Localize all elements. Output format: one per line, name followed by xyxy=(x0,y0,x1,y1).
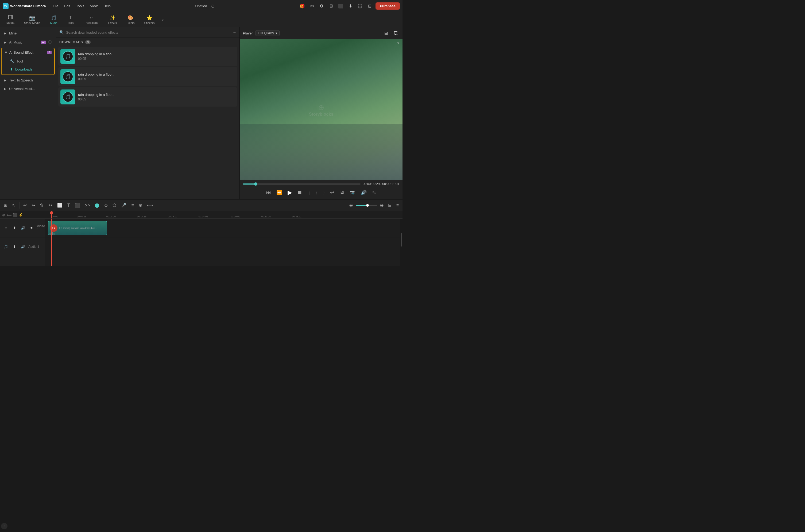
mark-out-btn[interactable]: } xyxy=(322,189,326,196)
history-icon[interactable]: ⊙ xyxy=(209,2,217,10)
toolbar-more[interactable]: › xyxy=(160,17,166,22)
toolbar-titles-label: Titles xyxy=(67,21,74,24)
more-tools-btn[interactable]: >> xyxy=(84,202,92,209)
menu-view[interactable]: View xyxy=(87,3,100,9)
transform-btn[interactable]: ⊙ xyxy=(103,202,109,209)
screenshot-btn[interactable]: 📷 xyxy=(348,189,356,196)
select-tool-btn[interactable]: ↖ xyxy=(11,202,17,209)
green-circle-btn[interactable]: ⬤ xyxy=(93,202,101,209)
menu-tools[interactable]: Tools xyxy=(73,3,87,9)
stop-btn[interactable]: ⏹ xyxy=(296,189,303,196)
audio-thumb-inner-2: 🎵 xyxy=(62,71,73,82)
progress-track[interactable] xyxy=(243,184,361,185)
add-video-btn[interactable]: ⊕ xyxy=(2,224,10,232)
sidebar-item-downloads[interactable]: ⬇ Downloads xyxy=(3,65,53,73)
quality-chevron-icon: ▾ xyxy=(276,31,277,35)
toolbar-filters[interactable]: 🎨 Filters xyxy=(122,14,139,26)
settings-icon[interactable]: ⚙ xyxy=(318,2,325,10)
ai-music-info-icon[interactable]: ⓘ xyxy=(48,40,52,44)
grid-layout-btn[interactable]: ⊞ xyxy=(386,202,393,209)
video-clip[interactable]: ✂ t-is-raining-outside-rain-drops-bre... xyxy=(48,221,107,235)
search-input[interactable] xyxy=(66,31,231,35)
zoom-out-btn[interactable]: ⊖ xyxy=(348,202,354,209)
monitor-icon[interactable]: 🖥 xyxy=(327,2,335,10)
mask-btn[interactable]: ⬛ xyxy=(73,202,82,209)
sidebar-item-ai-music[interactable]: ▶ AI Music AI ⓘ xyxy=(1,38,55,47)
overwrite-btn[interactable]: 🖥 xyxy=(339,189,345,196)
audio-item-1[interactable]: 🎵 rain dropping in a floo... 00:05 xyxy=(58,47,237,66)
logo-icon: W xyxy=(3,3,8,9)
track-sync-btn[interactable]: ⟺ xyxy=(6,213,12,217)
layout-options-btn[interactable]: ≡ xyxy=(395,202,400,209)
menu-edit[interactable]: Edit xyxy=(61,3,73,9)
grid-icon[interactable]: ⊞ xyxy=(366,2,373,10)
quality-select[interactable]: Full Quality ▾ xyxy=(256,30,279,36)
toolbar-stickers[interactable]: ⭐ Stickers xyxy=(140,14,159,26)
audio-thumb-1: 🎵 xyxy=(60,49,75,64)
toolbar-titles[interactable]: T Titles xyxy=(63,14,79,25)
caption-btn[interactable]: ≡ xyxy=(130,202,135,209)
search-more-icon[interactable]: ··· xyxy=(233,30,236,35)
sidebar-item-mine[interactable]: ▶ Mine xyxy=(1,29,55,37)
toolbar-effects[interactable]: ✨ Effects xyxy=(104,14,121,26)
shield-btn[interactable]: ⬠ xyxy=(111,202,118,209)
gift-icon[interactable]: 🎁 xyxy=(298,2,306,10)
toolbar-transitions-label: Transitions xyxy=(84,21,98,24)
sidebar-uni-music-label: Universal Musi... xyxy=(9,87,52,91)
video-eye-btn[interactable]: 👁 xyxy=(28,224,35,232)
insert-btn[interactable]: ↩ xyxy=(329,189,335,196)
toolbar-transitions[interactable]: ↔ Transitions xyxy=(80,14,103,25)
add-audio-btn[interactable]: 🎵 xyxy=(2,243,10,250)
transitions-icon: ↔ xyxy=(89,15,94,21)
track-speed-btn[interactable]: ⚡ xyxy=(18,213,23,217)
rewind-btn[interactable]: ⏮ xyxy=(265,189,272,196)
zoom-track[interactable] xyxy=(356,205,377,206)
audio-volume-btn[interactable]: 🔊 xyxy=(19,243,27,250)
volume-btn[interactable]: 🔊 xyxy=(360,189,368,196)
audio-item-2[interactable]: 🎵 rain dropping in a floo... 00:05 xyxy=(58,67,237,86)
mark-in-btn[interactable]: { xyxy=(315,189,319,196)
layout-icon[interactable]: ⬛ xyxy=(337,2,345,10)
grid-view-icon[interactable]: ⊞ xyxy=(382,30,390,37)
toolbar-stock[interactable]: 📷 Stock Media xyxy=(20,14,44,26)
audio-item-3[interactable]: 🎵 rain dropping in a floo... 00:05 xyxy=(58,87,237,107)
sidebar-item-tool[interactable]: 🔧 Tool xyxy=(3,57,53,65)
toolbar-audio[interactable]: 🎵 Audio xyxy=(46,14,62,26)
quality-label: Full Quality xyxy=(258,31,274,35)
frame-back-btn[interactable]: ⏪ xyxy=(275,189,283,196)
media-add-btn[interactable]: ⊕ xyxy=(137,202,144,209)
rain-water xyxy=(240,124,403,180)
headphones-icon[interactable]: 🎧 xyxy=(356,2,364,10)
search-icon: 🔍 xyxy=(59,30,64,35)
ruler-mark-5: 00:24:05 xyxy=(199,215,208,218)
sidebar-item-universal-music[interactable]: ▶ Universal Musi... xyxy=(1,85,55,93)
track-group-btn[interactable]: ⬛ xyxy=(13,213,17,217)
crop-btn[interactable]: ⬜ xyxy=(56,202,64,209)
menu-help[interactable]: Help xyxy=(101,3,113,9)
play-btn[interactable]: ▶ xyxy=(287,188,293,197)
purchase-button[interactable]: Purchase xyxy=(376,2,400,10)
control-buttons: ⏮ ⏪ ▶ ⏹ | { } ↩ 🖥 📷 🔊 ⤡ xyxy=(243,188,399,197)
text-btn[interactable]: T xyxy=(66,202,72,209)
scrollbar-thumb[interactable] xyxy=(401,233,402,247)
delete-btn[interactable]: 🗑 xyxy=(38,202,46,209)
undo-btn[interactable]: ↩ xyxy=(22,202,28,209)
fullscreen-btn[interactable]: ⤡ xyxy=(371,189,377,196)
motion-btn[interactable]: ⟺ xyxy=(145,202,155,209)
redo-btn[interactable]: ↪ xyxy=(30,202,37,209)
zoom-in-btn[interactable]: ⊕ xyxy=(379,202,385,209)
audio-upload-btn[interactable]: ⬆ xyxy=(11,243,18,250)
snapshot-icon[interactable]: 🖼 xyxy=(392,30,399,37)
menu-file[interactable]: File xyxy=(50,3,61,9)
toolbar-media[interactable]: 🎞 Media xyxy=(2,14,19,25)
mic-btn[interactable]: 🎤 xyxy=(120,202,128,209)
cut-btn[interactable]: ✂ xyxy=(47,202,54,209)
send-icon[interactable]: ✉ xyxy=(308,2,316,10)
video-volume-btn[interactable]: 🔊 xyxy=(19,224,27,232)
sidebar-item-text-to-speech[interactable]: ▶ Text To Speech xyxy=(1,76,55,84)
video-upload-btn[interactable]: ⬆ xyxy=(11,224,18,232)
sidebar-ai-sound-header[interactable]: ▼ AI Sound Effect A xyxy=(2,48,54,57)
export-icon[interactable]: ⬇ xyxy=(347,2,354,10)
add-track-btn[interactable]: ⊕ xyxy=(2,213,5,217)
split-mode-btn[interactable]: ⊞ xyxy=(2,202,9,209)
